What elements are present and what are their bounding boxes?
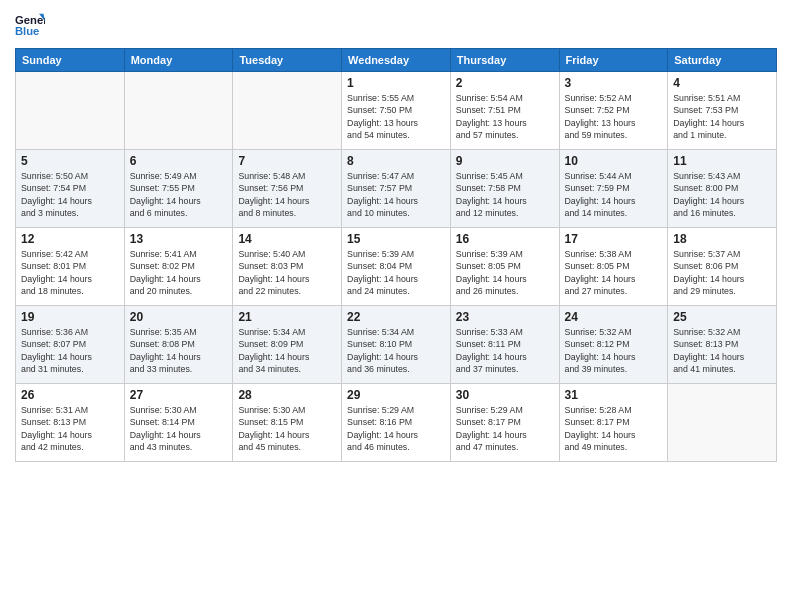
day-info: Sunrise: 5:36 AM Sunset: 8:07 PM Dayligh… (21, 326, 119, 375)
day-info: Sunrise: 5:47 AM Sunset: 7:57 PM Dayligh… (347, 170, 445, 219)
day-info: Sunrise: 5:51 AM Sunset: 7:53 PM Dayligh… (673, 92, 771, 141)
calendar-cell: 12Sunrise: 5:42 AM Sunset: 8:01 PM Dayli… (16, 228, 125, 306)
calendar-cell: 15Sunrise: 5:39 AM Sunset: 8:04 PM Dayli… (342, 228, 451, 306)
calendar-cell: 7Sunrise: 5:48 AM Sunset: 7:56 PM Daylig… (233, 150, 342, 228)
day-header-friday: Friday (559, 49, 668, 72)
calendar-cell: 6Sunrise: 5:49 AM Sunset: 7:55 PM Daylig… (124, 150, 233, 228)
day-number: 12 (21, 232, 119, 246)
logo-icon: General Blue (15, 10, 45, 40)
day-number: 19 (21, 310, 119, 324)
day-number: 24 (565, 310, 663, 324)
day-info: Sunrise: 5:28 AM Sunset: 8:17 PM Dayligh… (565, 404, 663, 453)
calendar-cell: 8Sunrise: 5:47 AM Sunset: 7:57 PM Daylig… (342, 150, 451, 228)
header: General Blue (15, 10, 777, 40)
day-number: 11 (673, 154, 771, 168)
day-info: Sunrise: 5:52 AM Sunset: 7:52 PM Dayligh… (565, 92, 663, 141)
day-number: 31 (565, 388, 663, 402)
day-number: 20 (130, 310, 228, 324)
page: General Blue SundayMondayTuesdayWednesda… (0, 0, 792, 612)
week-row-2: 5Sunrise: 5:50 AM Sunset: 7:54 PM Daylig… (16, 150, 777, 228)
day-info: Sunrise: 5:43 AM Sunset: 8:00 PM Dayligh… (673, 170, 771, 219)
day-number: 15 (347, 232, 445, 246)
calendar-cell: 1Sunrise: 5:55 AM Sunset: 7:50 PM Daylig… (342, 72, 451, 150)
calendar-cell: 25Sunrise: 5:32 AM Sunset: 8:13 PM Dayli… (668, 306, 777, 384)
day-info: Sunrise: 5:44 AM Sunset: 7:59 PM Dayligh… (565, 170, 663, 219)
day-info: Sunrise: 5:42 AM Sunset: 8:01 PM Dayligh… (21, 248, 119, 297)
day-info: Sunrise: 5:40 AM Sunset: 8:03 PM Dayligh… (238, 248, 336, 297)
day-number: 22 (347, 310, 445, 324)
calendar-cell: 5Sunrise: 5:50 AM Sunset: 7:54 PM Daylig… (16, 150, 125, 228)
calendar-cell: 9Sunrise: 5:45 AM Sunset: 7:58 PM Daylig… (450, 150, 559, 228)
calendar-header-row: SundayMondayTuesdayWednesdayThursdayFrid… (16, 49, 777, 72)
calendar-cell: 24Sunrise: 5:32 AM Sunset: 8:12 PM Dayli… (559, 306, 668, 384)
day-number: 17 (565, 232, 663, 246)
day-info: Sunrise: 5:30 AM Sunset: 8:15 PM Dayligh… (238, 404, 336, 453)
day-number: 18 (673, 232, 771, 246)
day-info: Sunrise: 5:31 AM Sunset: 8:13 PM Dayligh… (21, 404, 119, 453)
day-info: Sunrise: 5:50 AM Sunset: 7:54 PM Dayligh… (21, 170, 119, 219)
calendar-cell: 2Sunrise: 5:54 AM Sunset: 7:51 PM Daylig… (450, 72, 559, 150)
day-number: 7 (238, 154, 336, 168)
day-number: 25 (673, 310, 771, 324)
day-info: Sunrise: 5:41 AM Sunset: 8:02 PM Dayligh… (130, 248, 228, 297)
day-header-saturday: Saturday (668, 49, 777, 72)
calendar-cell: 4Sunrise: 5:51 AM Sunset: 7:53 PM Daylig… (668, 72, 777, 150)
calendar-cell: 17Sunrise: 5:38 AM Sunset: 8:05 PM Dayli… (559, 228, 668, 306)
day-info: Sunrise: 5:49 AM Sunset: 7:55 PM Dayligh… (130, 170, 228, 219)
day-info: Sunrise: 5:55 AM Sunset: 7:50 PM Dayligh… (347, 92, 445, 141)
calendar-cell: 22Sunrise: 5:34 AM Sunset: 8:10 PM Dayli… (342, 306, 451, 384)
day-header-sunday: Sunday (16, 49, 125, 72)
calendar-cell (233, 72, 342, 150)
week-row-5: 26Sunrise: 5:31 AM Sunset: 8:13 PM Dayli… (16, 384, 777, 462)
calendar-cell: 13Sunrise: 5:41 AM Sunset: 8:02 PM Dayli… (124, 228, 233, 306)
calendar-cell: 27Sunrise: 5:30 AM Sunset: 8:14 PM Dayli… (124, 384, 233, 462)
day-info: Sunrise: 5:33 AM Sunset: 8:11 PM Dayligh… (456, 326, 554, 375)
day-number: 2 (456, 76, 554, 90)
calendar-cell: 16Sunrise: 5:39 AM Sunset: 8:05 PM Dayli… (450, 228, 559, 306)
day-number: 3 (565, 76, 663, 90)
calendar-cell: 10Sunrise: 5:44 AM Sunset: 7:59 PM Dayli… (559, 150, 668, 228)
calendar-cell (124, 72, 233, 150)
calendar-cell: 23Sunrise: 5:33 AM Sunset: 8:11 PM Dayli… (450, 306, 559, 384)
calendar-cell: 11Sunrise: 5:43 AM Sunset: 8:00 PM Dayli… (668, 150, 777, 228)
day-info: Sunrise: 5:38 AM Sunset: 8:05 PM Dayligh… (565, 248, 663, 297)
calendar-table: SundayMondayTuesdayWednesdayThursdayFrid… (15, 48, 777, 462)
week-row-1: 1Sunrise: 5:55 AM Sunset: 7:50 PM Daylig… (16, 72, 777, 150)
day-info: Sunrise: 5:35 AM Sunset: 8:08 PM Dayligh… (130, 326, 228, 375)
day-info: Sunrise: 5:34 AM Sunset: 8:09 PM Dayligh… (238, 326, 336, 375)
day-number: 16 (456, 232, 554, 246)
day-info: Sunrise: 5:32 AM Sunset: 8:13 PM Dayligh… (673, 326, 771, 375)
day-number: 21 (238, 310, 336, 324)
day-number: 9 (456, 154, 554, 168)
day-info: Sunrise: 5:34 AM Sunset: 8:10 PM Dayligh… (347, 326, 445, 375)
day-info: Sunrise: 5:54 AM Sunset: 7:51 PM Dayligh… (456, 92, 554, 141)
day-number: 30 (456, 388, 554, 402)
calendar-cell (668, 384, 777, 462)
calendar-cell: 14Sunrise: 5:40 AM Sunset: 8:03 PM Dayli… (233, 228, 342, 306)
day-header-thursday: Thursday (450, 49, 559, 72)
calendar-cell: 29Sunrise: 5:29 AM Sunset: 8:16 PM Dayli… (342, 384, 451, 462)
day-info: Sunrise: 5:48 AM Sunset: 7:56 PM Dayligh… (238, 170, 336, 219)
day-header-tuesday: Tuesday (233, 49, 342, 72)
day-info: Sunrise: 5:32 AM Sunset: 8:12 PM Dayligh… (565, 326, 663, 375)
calendar-cell: 28Sunrise: 5:30 AM Sunset: 8:15 PM Dayli… (233, 384, 342, 462)
day-number: 6 (130, 154, 228, 168)
day-number: 1 (347, 76, 445, 90)
calendar-cell: 3Sunrise: 5:52 AM Sunset: 7:52 PM Daylig… (559, 72, 668, 150)
svg-text:Blue: Blue (15, 25, 39, 37)
day-info: Sunrise: 5:45 AM Sunset: 7:58 PM Dayligh… (456, 170, 554, 219)
day-number: 13 (130, 232, 228, 246)
calendar-cell: 19Sunrise: 5:36 AM Sunset: 8:07 PM Dayli… (16, 306, 125, 384)
day-info: Sunrise: 5:29 AM Sunset: 8:16 PM Dayligh… (347, 404, 445, 453)
day-number: 5 (21, 154, 119, 168)
week-row-4: 19Sunrise: 5:36 AM Sunset: 8:07 PM Dayli… (16, 306, 777, 384)
day-info: Sunrise: 5:39 AM Sunset: 8:05 PM Dayligh… (456, 248, 554, 297)
day-number: 23 (456, 310, 554, 324)
day-info: Sunrise: 5:29 AM Sunset: 8:17 PM Dayligh… (456, 404, 554, 453)
day-number: 4 (673, 76, 771, 90)
calendar-cell: 26Sunrise: 5:31 AM Sunset: 8:13 PM Dayli… (16, 384, 125, 462)
day-number: 27 (130, 388, 228, 402)
calendar-cell: 21Sunrise: 5:34 AM Sunset: 8:09 PM Dayli… (233, 306, 342, 384)
day-number: 28 (238, 388, 336, 402)
day-number: 26 (21, 388, 119, 402)
